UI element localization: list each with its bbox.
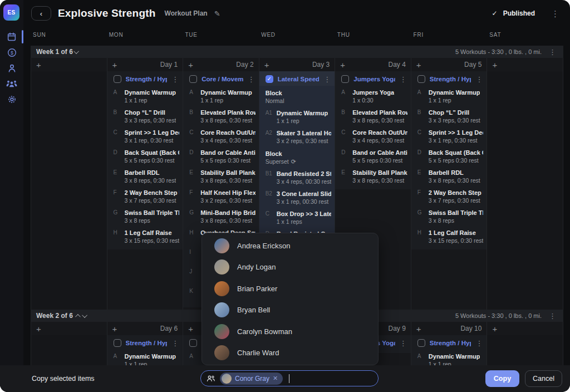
exercise-row[interactable]: EBarbell RDL3 x 8 reps, 0:30 rest: [107, 166, 183, 186]
chevron-down-icon[interactable]: [82, 312, 87, 318]
workout-kebab-menu-icon[interactable]: ⋮: [475, 76, 483, 83]
workout-checkbox[interactable]: [114, 339, 121, 347]
exercise-detail: 5 x 5 reps 0:30 rest: [200, 156, 255, 165]
week-1-kebab-menu-icon[interactable]: ⋮: [547, 48, 558, 56]
workout-card[interactable]: Strength / Hypertro...⋮ADynamic Warmup1 …: [411, 71, 487, 249]
exercise-row[interactable]: EStability Ball Plank Linear ...3 x 8 re…: [183, 166, 259, 186]
exercise-name: Stability Ball Plank Linear ...: [352, 169, 407, 177]
workout-title-link[interactable]: Jumpers Yoga / Core: [353, 76, 395, 83]
sidebar-item-billing[interactable]: $: [0, 45, 23, 60]
workout-kebab-menu-icon[interactable]: ⋮: [400, 76, 407, 83]
recipient-chip[interactable]: Conor Gray ✕: [220, 373, 283, 385]
add-workout-button[interactable]: +: [112, 324, 117, 334]
add-workout-button[interactable]: +: [416, 60, 421, 70]
exercise-row[interactable]: CBox Drop >> 3 Lateral H...1 x 1 reps: [259, 207, 335, 227]
workout-kebab-menu-icon[interactable]: ⋮: [171, 76, 179, 83]
add-workout-button[interactable]: +: [340, 60, 345, 70]
add-workout-button[interactable]: +: [36, 60, 41, 70]
recipient-input[interactable]: Conor Gray ✕: [200, 370, 379, 386]
exercise-row[interactable]: H1 Leg Calf Raise3 x 15 reps, 0:30 rest: [107, 226, 183, 246]
add-workout-button[interactable]: +: [112, 60, 117, 70]
person-option[interactable]: Charlie Ward: [202, 342, 378, 364]
workout-title-link[interactable]: Strength / Hypertro...: [430, 76, 471, 83]
edit-title-icon[interactable]: ✎: [214, 9, 220, 18]
exercise-row[interactable]: F2 Way Bench Step Up3 x 7 reps, 0:30 res…: [411, 186, 487, 206]
add-workout-button[interactable]: +: [264, 60, 269, 70]
back-button[interactable]: ‹: [31, 6, 51, 21]
workout-title-link[interactable]: Strength / Hypertro...: [430, 340, 471, 347]
exercise-row[interactable]: A1Dynamic Warmup1 x 1 rep: [259, 106, 335, 126]
exercise-row[interactable]: GSwiss Ball Triple Threat3 x 8 reps: [107, 206, 183, 226]
exercise-row[interactable]: CSprint >> 1 Leg Declarations3 x 1 rep, …: [107, 126, 183, 146]
remove-chip-icon[interactable]: ✕: [273, 375, 278, 382]
exercise-row[interactable]: H1 Leg Calf Raise3 x 15 reps, 0:30 rest: [411, 226, 487, 246]
exercise-row[interactable]: AJumpers Yoga1 x 0:30: [335, 86, 411, 106]
exercise-row[interactable]: FHalf Kneel Hip Flexor Rais...3 x 2 reps…: [183, 186, 259, 206]
exercise-row[interactable]: F2 Way Bench Step Up3 x 7 reps, 0:30 res…: [107, 186, 183, 206]
workout-checkbox[interactable]: [417, 75, 425, 83]
copy-button[interactable]: Copy: [485, 370, 519, 387]
exercise-row[interactable]: BChop “L” Drill3 x 3 reps, 0:30 rest: [411, 106, 487, 126]
workout-checkbox[interactable]: [189, 339, 197, 347]
exercise-row[interactable]: DBand or Cable Anti Rotati...5 x 5 reps …: [335, 146, 411, 166]
exercise-row[interactable]: EStability Ball Plank Linear ...3 x 8 re…: [335, 166, 411, 186]
workout-card[interactable]: Jumpers Yoga / Core⋮AJumpers Yoga1 x 0:3…: [335, 71, 411, 189]
sidebar-item-settings[interactable]: [0, 91, 23, 107]
chevron-down-icon[interactable]: [73, 48, 79, 54]
exercise-row[interactable]: A2Skater 3 Lateral Hops >> ...3 x 2 reps…: [259, 126, 335, 146]
exercise-row[interactable]: ADynamic Warmup1 x 1 rep: [183, 86, 259, 106]
workout-checkbox[interactable]: [341, 75, 349, 83]
workout-title-link[interactable]: Lateral Speed / Plyo: [278, 76, 320, 83]
exercise-row[interactable]: DBand or Cable Anti-Rotati...5 x 5 reps …: [183, 146, 259, 166]
exercise-row[interactable]: BElevated Plank Row3 x 8 reps, 0:30 rest: [183, 106, 259, 126]
workout-checkbox[interactable]: [417, 339, 425, 347]
person-option[interactable]: Carolyn Bowman: [202, 321, 378, 342]
person-option[interactable]: Andrea Erickson: [202, 235, 378, 257]
exercise-row[interactable]: B1Band Resisted 2 Step Late...3 x 4 reps…: [259, 167, 335, 187]
workout-card[interactable]: ✓Lateral Speed / Plyo⋮BlockNormalA1Dynam…: [259, 71, 335, 250]
weekday-label: MON: [107, 32, 183, 42]
cancel-button[interactable]: Cancel: [525, 370, 562, 387]
week-2-kebab-menu-icon[interactable]: ⋮: [547, 312, 558, 320]
exercise-row[interactable]: DBack Squat (Back Off Set)5 x 5 reps 0:3…: [411, 146, 487, 166]
workout-checkbox[interactable]: [189, 75, 197, 83]
add-workout-button[interactable]: +: [36, 324, 41, 334]
chevron-up-icon[interactable]: [75, 313, 81, 319]
workout-title-link[interactable]: Core / Movement Q...: [202, 76, 243, 83]
workout-title-link[interactable]: Strength / Hypertro...: [126, 340, 168, 347]
add-workout-button[interactable]: +: [188, 60, 193, 70]
exercise-row[interactable]: CCore Reach Out/Under3 x 4 reps, 0:30 re…: [183, 126, 259, 146]
person-option[interactable]: Bryan Bell: [202, 300, 378, 321]
exercise-row[interactable]: CCore Reach Out/Under3 x 4 reps, 0:30 re…: [335, 126, 411, 146]
exercise-row[interactable]: CSprint >> 1 Leg Declarations3 x 1 rep, …: [411, 126, 487, 146]
person-option[interactable]: Brian Parker: [202, 278, 378, 300]
workout-checkbox[interactable]: [114, 75, 121, 83]
sidebar-item-groups[interactable]: [0, 76, 23, 91]
add-workout-button[interactable]: +: [492, 60, 497, 70]
exercise-row[interactable]: EBarbell RDL3 x 8 reps, 0:30 rest: [411, 166, 487, 186]
header-kebab-menu-icon[interactable]: ⋮: [549, 9, 561, 18]
sidebar-item-calendar[interactable]: [0, 29, 23, 45]
exercise-row[interactable]: GMini-Band Hip Bridge w/ ...3 x 8 reps, …: [183, 206, 259, 226]
add-workout-button[interactable]: +: [416, 324, 421, 334]
workout-kebab-menu-icon[interactable]: ⋮: [475, 340, 483, 347]
workout-checkbox[interactable]: ✓: [266, 75, 273, 83]
sidebar-item-clients[interactable]: [0, 60, 23, 76]
exercise-row[interactable]: ADynamic Warmup1 x 1 rep: [411, 86, 487, 106]
exercise-row[interactable]: BChop “L” Drill3 x 3 reps, 0:30 rest: [107, 106, 183, 126]
workout-title-link[interactable]: Strength / Hypertro...: [126, 76, 168, 83]
exercise-row[interactable]: GSwiss Ball Triple Threat3 x 8 reps: [411, 206, 487, 226]
exercise-row[interactable]: BElevated Plank Row3 x 8 reps, 0:30 rest: [335, 106, 411, 126]
workout-kebab-menu-icon[interactable]: ⋮: [400, 340, 407, 347]
add-workout-button[interactable]: +: [188, 324, 193, 334]
workout-kebab-menu-icon[interactable]: ⋮: [171, 340, 179, 347]
workout-card[interactable]: Strength / Hypertro...⋮ADynamic Warmup1 …: [107, 71, 183, 249]
person-option[interactable]: Andy Logan: [202, 257, 378, 278]
app-logo[interactable]: ES: [3, 4, 19, 21]
exercise-row[interactable]: DBack Squat (Back Off Set)5 x 5 reps 0:3…: [107, 146, 183, 166]
exercise-row[interactable]: B23 Cone Lateral Slide3 x 1 rep, 00:30 r…: [259, 187, 335, 207]
workout-kebab-menu-icon[interactable]: ⋮: [248, 76, 255, 83]
add-workout-button[interactable]: +: [492, 324, 497, 334]
workout-kebab-menu-icon[interactable]: ⋮: [323, 76, 331, 83]
exercise-row[interactable]: ADynamic Warmup1 x 1 rep: [107, 86, 183, 106]
